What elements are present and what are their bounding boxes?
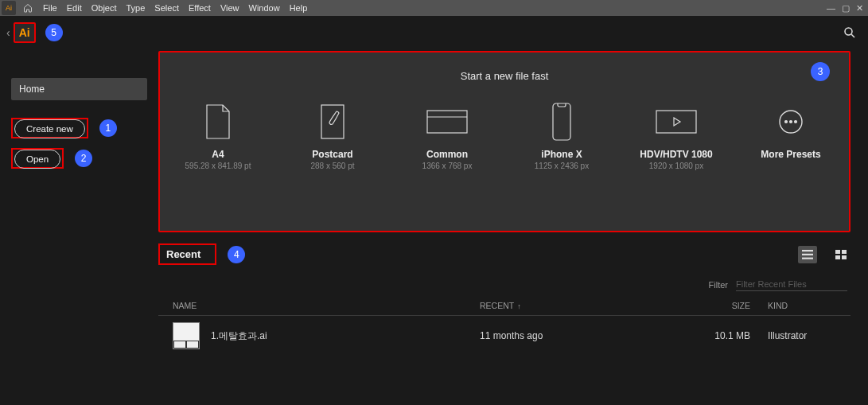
window-controls: — ▢ ✕	[827, 3, 868, 14]
table-row[interactable]: 1.메탈효과.ai 11 months ago 10.1 MB Illustra…	[158, 316, 850, 356]
preset-dims: 1125 x 2436 px	[535, 162, 589, 170]
play-icon	[655, 99, 698, 144]
create-new-button[interactable]: Create new	[14, 119, 85, 138]
svg-rect-12	[802, 253, 813, 255]
preset-more[interactable]: More Presets	[747, 99, 835, 170]
menu-type[interactable]: Type	[127, 3, 146, 13]
menu-window[interactable]: Window	[249, 3, 280, 13]
menu-bar: Ai File Edit Object Type Select Effect V…	[0, 0, 868, 16]
phone-icon	[551, 99, 572, 144]
annotation-2: 2	[75, 150, 92, 167]
annotation-5: 5	[45, 24, 63, 41]
svg-point-0	[845, 28, 852, 35]
menu-file[interactable]: File	[43, 3, 57, 13]
menu-view[interactable]: View	[220, 3, 239, 13]
preset-hdtv[interactable]: HDV/HDTV 1080 1920 x 1080 px	[633, 99, 720, 170]
sidebar-home[interactable]: Home	[11, 78, 147, 100]
svg-rect-14	[835, 250, 840, 254]
preset-label: HDV/HDTV 1080	[640, 149, 712, 160]
svg-rect-2	[321, 105, 344, 138]
col-size[interactable]: SIZE	[679, 301, 750, 310]
search-icon[interactable]	[843, 25, 857, 40]
menu-effect[interactable]: Effect	[189, 3, 211, 13]
new-file-panel: 3 Start a new file fast A4 595.28 x 841.…	[158, 51, 850, 232]
preset-postcard[interactable]: Postcard 288 x 560 pt	[289, 99, 376, 170]
col-name[interactable]: NAME	[162, 301, 480, 310]
menu-help[interactable]: Help	[290, 3, 308, 13]
preset-label: Common	[426, 149, 468, 160]
preset-label: A4	[212, 149, 224, 160]
preset-label: iPhone X	[541, 149, 582, 160]
file-recent: 11 months ago	[480, 330, 679, 341]
preset-list: A4 595.28 x 841.89 pt Postcard 288 x 560…	[174, 99, 835, 170]
more-icon	[777, 99, 804, 144]
grid-view-button[interactable]	[831, 246, 850, 263]
main-content: 3 Start a new file fast A4 595.28 x 841.…	[158, 46, 868, 405]
svg-rect-5	[553, 103, 570, 140]
svg-rect-13	[802, 257, 813, 259]
preset-label: Postcard	[312, 149, 352, 160]
page-icon	[204, 99, 232, 144]
recent-label: Recent	[158, 243, 216, 265]
preset-common[interactable]: Common 1366 x 768 px	[403, 99, 491, 170]
menu-edit[interactable]: Edit	[67, 3, 82, 13]
preset-iphonex[interactable]: iPhone X 1125 x 2436 px	[518, 99, 605, 170]
sidebar: Home Create new 1 Open 2	[0, 46, 158, 405]
panel-title: Start a new file fast	[174, 70, 835, 82]
svg-point-9	[790, 121, 792, 123]
recent-header: Recent 4	[158, 243, 850, 265]
col-recent[interactable]: RECENT↑	[480, 301, 679, 310]
top-row: ‹ Ai 5	[0, 16, 868, 46]
back-chevron-icon[interactable]: ‹	[6, 26, 10, 39]
close-icon[interactable]: ✕	[856, 3, 863, 14]
svg-rect-11	[802, 250, 813, 251]
menu-object[interactable]: Object	[91, 3, 117, 13]
svg-point-10	[795, 121, 797, 123]
svg-rect-15	[842, 250, 847, 254]
app-root: Ai File Edit Object Type Select Effect V…	[0, 0, 868, 405]
col-kind[interactable]: KIND	[750, 301, 847, 310]
table-header: NAME RECENT↑ SIZE KIND	[158, 296, 850, 316]
filter-input[interactable]: Filter Recent Files	[736, 278, 847, 291]
preset-a4[interactable]: A4 595.28 x 841.89 pt	[174, 99, 262, 170]
filter-row: Filter Filter Recent Files	[158, 265, 850, 296]
annotation-3: 3	[811, 62, 830, 81]
annotation-box-1: Create new	[11, 118, 88, 138]
svg-point-8	[785, 121, 788, 123]
menu-select[interactable]: Select	[154, 3, 179, 13]
annotation-box-2: Open	[11, 148, 64, 169]
home-mini-icon[interactable]	[21, 1, 35, 15]
browser-icon	[426, 99, 469, 144]
filter-label: Filter	[709, 280, 728, 290]
file-kind: Illustrator	[750, 330, 847, 341]
annotation-1: 1	[99, 119, 117, 137]
svg-rect-6	[656, 111, 696, 133]
file-thumbnail	[173, 322, 200, 349]
list-view-button[interactable]	[798, 246, 817, 263]
minimize-icon[interactable]: —	[827, 3, 835, 14]
app-logo: Ai	[14, 22, 36, 43]
svg-line-1	[851, 34, 854, 37]
file-size: 10.1 MB	[679, 330, 750, 341]
preset-dims: 1920 x 1080 px	[649, 162, 703, 170]
preset-dims: 595.28 x 841.89 pt	[185, 162, 251, 170]
brush-icon	[319, 99, 346, 144]
annotation-4: 4	[228, 246, 245, 263]
svg-rect-17	[842, 255, 847, 259]
sort-asc-icon: ↑	[517, 302, 521, 310]
preset-label: More Presets	[761, 149, 820, 160]
maximize-icon[interactable]: ▢	[842, 3, 850, 14]
open-button[interactable]: Open	[14, 150, 60, 169]
file-name: 1.메탈효과.ai	[211, 329, 267, 343]
app-icon-small: Ai	[2, 1, 16, 15]
preset-dims: 288 x 560 pt	[310, 162, 354, 170]
preset-dims: 1366 x 768 px	[422, 162, 473, 170]
svg-rect-3	[427, 111, 467, 133]
svg-rect-16	[835, 255, 840, 259]
